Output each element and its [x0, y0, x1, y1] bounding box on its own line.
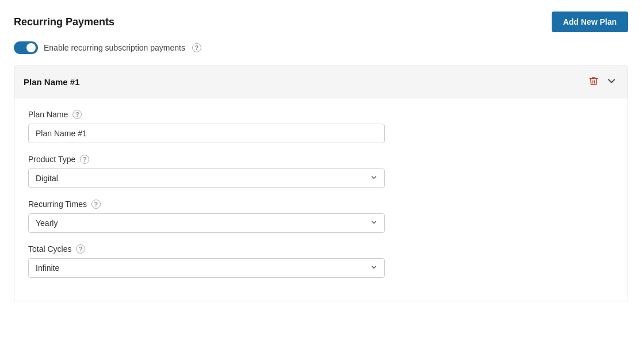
toggle-thumb [26, 43, 36, 52]
plan-card: Plan Name #1 Plan Name [14, 66, 628, 301]
page-title: Recurring Payments [14, 16, 114, 28]
plan-name-label: Plan Name ? [28, 110, 614, 119]
recurring-times-select[interactable]: Daily Weekly Monthly Yearly [28, 213, 385, 233]
total-cycles-help-icon[interactable]: ? [76, 244, 85, 254]
recurring-times-select-wrapper: Daily Weekly Monthly Yearly [28, 213, 385, 233]
chevron-down-icon [606, 75, 617, 87]
product-type-select[interactable]: Digital Physical Service [28, 168, 385, 188]
plan-card-actions [587, 74, 618, 90]
product-type-select-wrapper: Digital Physical Service [28, 168, 385, 188]
plan-card-header: Plan Name #1 [14, 66, 628, 98]
enable-toggle[interactable] [14, 41, 38, 54]
recurring-times-label: Recurring Times ? [28, 200, 614, 209]
recurring-times-help-icon[interactable]: ? [91, 200, 101, 209]
recurring-times-group: Recurring Times ? Daily Weekly Monthly Y… [28, 200, 614, 233]
product-type-label: Product Type ? [28, 155, 614, 164]
add-new-plan-button[interactable]: Add New Plan [552, 12, 628, 32]
delete-icon [588, 76, 599, 86]
enable-help-icon[interactable]: ? [192, 43, 201, 52]
product-type-help-icon[interactable]: ? [80, 155, 89, 164]
plan-name-input[interactable] [28, 124, 385, 143]
enable-toggle-row: Enable recurring subscription payments ? [14, 41, 628, 54]
plan-card-title: Plan Name #1 [24, 77, 80, 87]
plan-name-group: Plan Name ? [28, 110, 614, 143]
total-cycles-select-wrapper: Infinite 1 2 3 6 12 [28, 258, 385, 278]
total-cycles-select[interactable]: Infinite 1 2 3 6 12 [28, 258, 385, 278]
plan-name-help-icon[interactable]: ? [72, 110, 82, 119]
total-cycles-group: Total Cycles ? Infinite 1 2 3 6 12 [28, 244, 614, 278]
collapse-plan-button[interactable] [605, 74, 618, 90]
plan-card-body: Plan Name ? Product Type ? Digital Physi… [14, 98, 628, 301]
total-cycles-label: Total Cycles ? [28, 244, 614, 254]
enable-toggle-label: Enable recurring subscription payments [44, 43, 185, 52]
product-type-group: Product Type ? Digital Physical Service [28, 155, 614, 188]
delete-plan-button[interactable] [587, 75, 600, 89]
page-header: Recurring Payments Add New Plan [14, 12, 628, 32]
toggle-track [14, 41, 38, 54]
